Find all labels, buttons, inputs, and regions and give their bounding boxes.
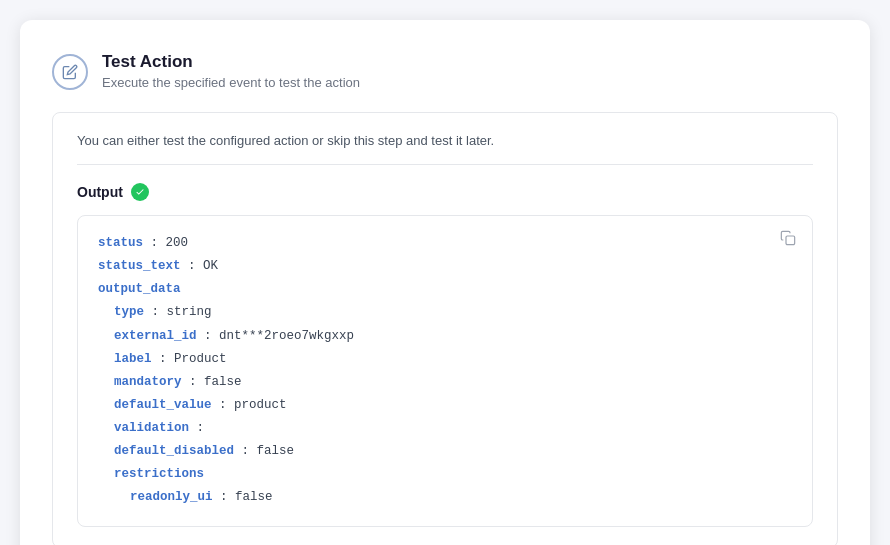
output-line-type: type : string xyxy=(98,301,792,324)
output-line-status-text: status_text : OK xyxy=(98,255,792,278)
output-line-output-data: output_data xyxy=(98,278,792,301)
code-block: status : 200 status_text : OK output_dat… xyxy=(77,215,813,527)
svg-rect-0 xyxy=(786,236,795,245)
output-line-default-disabled: default_disabled : false xyxy=(98,440,792,463)
output-label-row: Output xyxy=(77,183,813,201)
output-line-validation: validation : xyxy=(98,417,792,440)
pencil-icon xyxy=(62,64,78,80)
output-line-status: status : 200 xyxy=(98,232,792,255)
info-box: You can either test the configured actio… xyxy=(52,112,838,545)
output-label: Output xyxy=(77,184,123,200)
step-icon xyxy=(52,54,88,90)
page-subtitle: Execute the specified event to test the … xyxy=(102,75,360,90)
page-title: Test Action xyxy=(102,52,360,72)
header-text: Test Action Execute the specified event … xyxy=(102,52,360,90)
output-line-external-id: external_id : dnt***2roeo7wkgxxp xyxy=(98,325,792,348)
output-line-label: label : Product xyxy=(98,348,792,371)
output-line-default-value: default_value : product xyxy=(98,394,792,417)
success-icon xyxy=(131,183,149,201)
main-container: Test Action Execute the specified event … xyxy=(20,20,870,545)
copy-button[interactable] xyxy=(778,228,798,251)
output-line-mandatory: mandatory : false xyxy=(98,371,792,394)
info-message: You can either test the configured actio… xyxy=(77,133,813,165)
output-line-readonly-ui: readonly_ui : false xyxy=(98,486,792,509)
output-line-restrictions: restrictions xyxy=(98,463,792,486)
check-circle-icon xyxy=(135,187,145,197)
header-row: Test Action Execute the specified event … xyxy=(52,52,838,90)
